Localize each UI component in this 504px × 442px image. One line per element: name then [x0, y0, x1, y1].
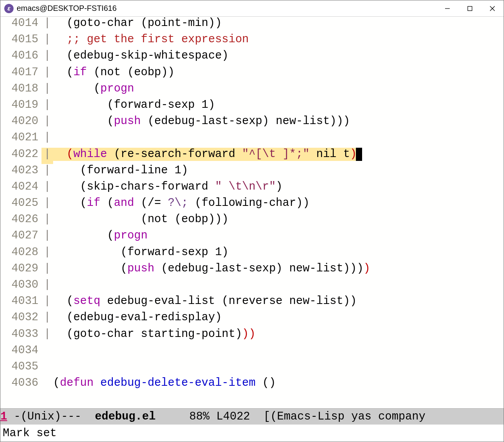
- line-number: 4035: [0, 360, 41, 376]
- indent-guide: |: [41, 328, 53, 344]
- line-number: 4021: [0, 131, 41, 147]
- code-content[interactable]: (forward-sexp 1): [53, 246, 504, 262]
- line-number: 4015: [0, 33, 41, 49]
- svg-rect-1: [468, 6, 472, 10]
- line-number: 4024: [0, 180, 41, 197]
- minimize-button[interactable]: [436, 0, 459, 16]
- code-content[interactable]: (not (eobp))): [53, 213, 504, 229]
- code-content[interactable]: (edebug-skip-whitespace): [53, 49, 504, 66]
- line-number: 4026: [0, 213, 41, 229]
- code-content[interactable]: (push (edebug-last-sexp) new-list))): [53, 115, 504, 131]
- line-number: 4022: [0, 148, 41, 164]
- modeline-left: -(Unix)---: [7, 410, 95, 423]
- line-number: 4030: [0, 278, 41, 295]
- code-line[interactable]: 4016| (edebug-skip-whitespace): [0, 49, 504, 66]
- maximize-button[interactable]: [459, 0, 481, 16]
- indent-guide: |: [41, 148, 53, 164]
- window-controls: [436, 0, 504, 16]
- indent-guide: |: [41, 197, 53, 213]
- indent-guide: |: [41, 295, 53, 311]
- line-number: 4019: [0, 98, 41, 115]
- code-line[interactable]: 4015| ;; get the first expression: [0, 33, 504, 49]
- code-line[interactable]: 4019| (forward-sexp 1): [0, 98, 504, 115]
- code-content[interactable]: (forward-line 1): [53, 164, 504, 180]
- indent-guide: [41, 360, 53, 376]
- code-line[interactable]: 4017| (if (not (eobp)): [0, 66, 504, 82]
- line-number: 4020: [0, 115, 41, 131]
- code-content[interactable]: (forward-sexp 1): [53, 98, 504, 115]
- code-content[interactable]: (skip-chars-forward " \t\n\r"): [53, 180, 504, 197]
- code-content[interactable]: (if (and (/= ?\; (following-char)): [53, 197, 504, 213]
- emacs-app-icon: ε: [4, 4, 14, 13]
- line-number: 4028: [0, 246, 41, 262]
- code-line[interactable]: 4035: [0, 360, 504, 376]
- code-line[interactable]: 4025| (if (and (/= ?\; (following-char)): [0, 197, 504, 213]
- code-line[interactable]: 4036(defun edebug-delete-eval-item (): [0, 376, 504, 393]
- code-line[interactable]: 4033| (goto-char starting-point))): [0, 328, 504, 344]
- window-title: emacs@DESKTOP-FSTI616: [17, 4, 436, 13]
- code-line[interactable]: 4024| (skip-chars-forward " \t\n\r"): [0, 180, 504, 197]
- indent-guide: |: [41, 49, 53, 66]
- modeline-window-number: 1: [0, 410, 7, 423]
- titlebar[interactable]: ε emacs@DESKTOP-FSTI616: [0, 0, 504, 17]
- code-line[interactable]: 4014| (goto-char (point-min)): [0, 17, 504, 33]
- line-number: 4025: [0, 197, 41, 213]
- code-line[interactable]: 4020| (push (edebug-last-sexp) new-list)…: [0, 115, 504, 131]
- indent-guide: |: [41, 115, 53, 131]
- line-number: 4033: [0, 328, 41, 344]
- line-number: 4018: [0, 82, 41, 98]
- code-content[interactable]: (push (edebug-last-sexp) new-list)))): [53, 262, 504, 278]
- code-line[interactable]: 4021|: [0, 131, 504, 147]
- modeline[interactable]: 1 -(Unix)--- edebug.el 88% L4022 [(Emacs…: [0, 408, 504, 425]
- code-content[interactable]: (goto-char (point-min)): [53, 17, 504, 33]
- indent-guide: |: [41, 164, 53, 180]
- indent-guide: |: [41, 131, 53, 147]
- line-number: 4029: [0, 262, 41, 278]
- modeline-buffer-name: edebug.el: [95, 410, 156, 423]
- code-line[interactable]: 4023| (forward-line 1): [0, 164, 504, 180]
- close-button[interactable]: [481, 0, 504, 16]
- editor: 4014| (goto-char (point-min))4015| ;; ge…: [0, 17, 504, 442]
- code-content[interactable]: (if (not (eobp)): [53, 66, 504, 82]
- line-number: 4027: [0, 229, 41, 245]
- code-content[interactable]: [53, 344, 504, 360]
- code-content[interactable]: (progn: [53, 229, 504, 245]
- code-line[interactable]: 4032| (edebug-eval-redisplay): [0, 311, 504, 327]
- indent-guide: |: [41, 82, 53, 98]
- code-content[interactable]: (defun edebug-delete-eval-item (): [53, 376, 504, 393]
- indent-guide: [41, 344, 53, 360]
- line-number: 4023: [0, 164, 41, 180]
- code-line[interactable]: 4026| (not (eobp))): [0, 213, 504, 229]
- code-line[interactable]: 4030|: [0, 278, 504, 295]
- modeline-info: 88% L4022 [(Emacs-Lisp yas company: [155, 410, 425, 423]
- code-content[interactable]: [53, 278, 504, 295]
- line-number: 4036: [0, 376, 41, 393]
- line-number: 4016: [0, 49, 41, 66]
- indent-guide: |: [41, 262, 53, 278]
- indent-guide: [41, 376, 53, 393]
- indent-guide: |: [41, 311, 53, 327]
- code-content[interactable]: (progn: [53, 82, 504, 98]
- code-line[interactable]: 4028| (forward-sexp 1): [0, 246, 504, 262]
- code-content[interactable]: [53, 360, 504, 376]
- code-content[interactable]: ;; get the first expression: [53, 33, 504, 49]
- minibuffer-message: Mark set: [3, 427, 57, 440]
- code-content[interactable]: (edebug-eval-redisplay): [53, 311, 504, 327]
- code-area[interactable]: 4014| (goto-char (point-min))4015| ;; ge…: [0, 17, 504, 408]
- code-content[interactable]: (goto-char starting-point))): [53, 328, 504, 344]
- code-content[interactable]: [53, 131, 504, 147]
- indent-guide: |: [41, 98, 53, 115]
- code-content[interactable]: (while (re-search-forward "^[\t ]*;" nil…: [53, 148, 504, 164]
- code-content[interactable]: (setq edebug-eval-list (nreverse new-lis…: [53, 295, 504, 311]
- code-line[interactable]: 4027| (progn: [0, 229, 504, 245]
- line-number: 4014: [0, 17, 41, 33]
- minibuffer[interactable]: Mark set: [0, 425, 504, 442]
- code-line[interactable]: 4031| (setq edebug-eval-list (nreverse n…: [0, 295, 504, 311]
- code-line[interactable]: 4034: [0, 344, 504, 360]
- indent-guide: |: [41, 229, 53, 245]
- indent-guide: |: [41, 33, 53, 49]
- indent-guide: |: [41, 278, 53, 295]
- code-line[interactable]: 4022| (while (re-search-forward "^[\t ]*…: [0, 148, 504, 164]
- code-line[interactable]: 4018| (progn: [0, 82, 504, 98]
- code-line[interactable]: 4029| (push (edebug-last-sexp) new-list)…: [0, 262, 504, 278]
